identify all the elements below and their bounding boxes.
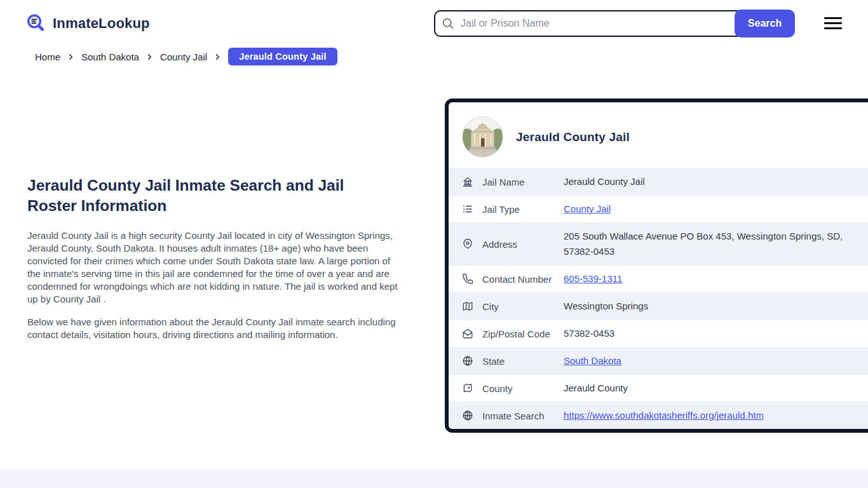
menu-icon[interactable] <box>824 17 842 29</box>
row-label: Zip/Postal Code <box>482 329 564 339</box>
bank-icon <box>462 176 473 187</box>
map-icon <box>462 301 473 312</box>
jail-info-row: City Wessington Springs <box>449 292 868 320</box>
map-pin-icon <box>462 238 473 250</box>
chevron-right-icon <box>67 53 74 60</box>
search-bar: Search <box>434 10 794 37</box>
jail-info-row: County Jerauld County <box>449 374 868 402</box>
jail-card: Jerauld County Jail Jail Name Jerauld Co… <box>445 98 868 433</box>
row-label: Inmate Search <box>482 410 564 421</box>
breadcrumb: Home South Dakota County Jail Jerauld Co… <box>35 48 337 65</box>
row-value: Jerauld County <box>564 381 628 396</box>
row-value-link[interactable]: County Jail <box>564 203 611 214</box>
mail-icon <box>462 328 473 339</box>
jail-info-row: Jail Type County Jail <box>449 195 868 222</box>
jail-info-row: Jail Name Jerauld County Jail <box>449 168 868 195</box>
row-value-link[interactable]: 605-539-1311 <box>564 273 622 284</box>
search-icon <box>441 17 454 30</box>
row-value-link[interactable]: https://www.southdakotasheriffs.org/jera… <box>564 410 764 421</box>
row-value: https://www.southdakotasheriffs.org/jera… <box>564 408 764 423</box>
article-paragraph: Jerauld County Jail is a high security C… <box>27 229 403 306</box>
phone-icon <box>462 273 473 285</box>
page-title: Jerauld County Jail Inmate Search and Ja… <box>27 175 395 216</box>
row-value: 205 South Wallace Avenue PO Box 453, Wes… <box>564 229 859 259</box>
row-label: Address <box>482 239 564 250</box>
breadcrumb-jail-type[interactable]: County Jail <box>160 51 207 62</box>
row-value: Wessington Springs <box>564 299 648 314</box>
breadcrumb-home[interactable]: Home <box>35 51 60 62</box>
article: Jerauld County Jail Inmate Search and Ja… <box>27 175 415 351</box>
chevron-right-icon <box>214 53 221 60</box>
jail-info-row: Zip/Postal Code 57382-0453 <box>449 320 868 347</box>
logo[interactable]: InmateLookup <box>25 13 150 34</box>
row-value: South Dakota <box>564 353 621 369</box>
breadcrumb-state[interactable]: South Dakota <box>81 51 139 62</box>
row-value: 57382-0453 <box>564 326 614 341</box>
globe-icon <box>462 355 473 367</box>
jail-card-title: Jerauld County Jail <box>516 130 630 144</box>
jail-info-row: State South Dakota <box>449 347 868 374</box>
row-label: Jail Type <box>482 204 564 215</box>
county-icon <box>462 383 473 394</box>
row-label: County <box>482 383 564 394</box>
jail-info-row: Contact Number 605-539-1311 <box>449 265 868 292</box>
jail-photo <box>462 116 503 158</box>
web-icon <box>462 410 473 421</box>
list-icon <box>462 203 473 215</box>
breadcrumb-current-badge: Jerauld County Jail <box>228 48 337 65</box>
footer-strip <box>0 469 868 488</box>
row-value: 605-539-1311 <box>564 271 622 287</box>
row-value: Jerauld County Jail <box>564 174 645 189</box>
article-paragraph: Below we have given information about th… <box>27 316 403 341</box>
jail-card-header: Jerauld County Jail <box>449 102 868 168</box>
search-button[interactable]: Search <box>735 10 795 37</box>
row-value: County Jail <box>564 201 611 217</box>
jail-info-row: Address 205 South Wallace Avenue PO Box … <box>449 222 868 265</box>
row-label: City <box>482 301 564 312</box>
row-value-link[interactable]: South Dakota <box>564 355 621 366</box>
row-label: State <box>482 356 564 367</box>
jail-info-table: Jail Name Jerauld County Jail Jail Type … <box>449 168 868 429</box>
jail-info-row: Inmate Search https://www.southdakotashe… <box>449 402 868 429</box>
row-label: Contact Number <box>482 274 564 285</box>
logo-text: InmateLookup <box>53 15 150 32</box>
logo-magnifier-icon <box>25 13 47 34</box>
chevron-right-icon <box>146 53 153 60</box>
row-label: Jail Name <box>482 177 564 187</box>
